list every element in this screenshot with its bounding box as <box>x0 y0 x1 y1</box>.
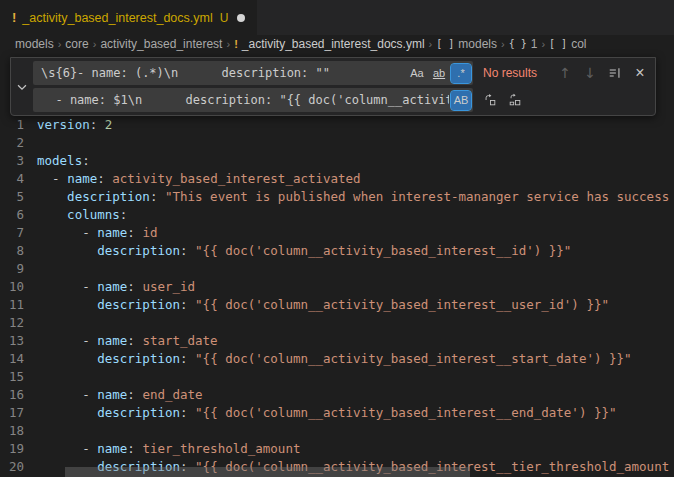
warning-file-icon: ! <box>234 38 238 50</box>
code-text <box>24 260 37 278</box>
breadcrumb-separator: › <box>93 38 97 50</box>
code-line-16[interactable]: 16 - name: end_date <box>0 386 674 404</box>
line-number: 3 <box>0 152 24 170</box>
breadcrumb: models›core›activity_based_interest›!_ac… <box>0 35 674 52</box>
code-text: - name: user_id <box>24 278 195 296</box>
line-number: 10 <box>0 278 24 296</box>
breadcrumb-separator: › <box>429 38 433 50</box>
find-replace-widget: \s{6}- name: (.*)\n description: "" Aa a… <box>10 57 656 116</box>
code-text: models: <box>24 152 90 170</box>
code-line-8[interactable]: 8 description: "{{ doc('column__activity… <box>0 242 674 260</box>
code-line-13[interactable]: 13 - name: start_date <box>0 332 674 350</box>
find-row: \s{6}- name: (.*)\n description: "" Aa a… <box>33 61 651 85</box>
code-line-14[interactable]: 14 description: "{{ doc('column__activit… <box>0 350 674 368</box>
code-line-11[interactable]: 11 description: "{{ doc('column__activit… <box>0 296 674 314</box>
breadcrumb-item-models[interactable]: models <box>15 37 54 51</box>
code-text <box>24 422 37 440</box>
find-input[interactable]: \s{6}- name: (.*)\n description: "" Aa a… <box>33 61 473 85</box>
line-number: 18 <box>0 422 24 440</box>
code-text: version: 2 <box>24 116 112 134</box>
breadcrumb-item-activity_based_interest[interactable]: activity_based_interest <box>100 37 222 51</box>
replace-all-icon <box>508 93 522 107</box>
line-number: 14 <box>0 350 24 368</box>
next-match-button[interactable]: ↓ <box>579 62 601 84</box>
line-number: 12 <box>0 314 24 332</box>
yaml-file-warning-icon: ! <box>12 10 16 25</box>
find-widget-body: \s{6}- name: (.*)\n description: "" Aa a… <box>33 61 651 112</box>
line-number: 4 <box>0 170 24 188</box>
code-text: description: "{{ doc('column__activity_b… <box>24 404 617 422</box>
tab-bar: ! _activity_based_interest_docs.yml U <box>0 0 674 35</box>
breadcrumb-label: col <box>571 37 586 51</box>
breadcrumb-item-1[interactable]: { }1 <box>509 37 538 51</box>
unsaved-changes-dot[interactable] <box>237 14 245 22</box>
code-line-18[interactable]: 18 <box>0 422 674 440</box>
code-line-7[interactable]: 7 - name: id <box>0 224 674 242</box>
code-text: columns: <box>24 206 127 224</box>
match-case-button[interactable]: Aa <box>407 64 427 83</box>
line-number: 16 <box>0 386 24 404</box>
replace-all-button[interactable] <box>504 89 526 111</box>
breadcrumb-separator: › <box>226 38 230 50</box>
git-status-badge: U <box>220 11 229 25</box>
code-text: - name: activity_based_interest_activate… <box>24 170 361 188</box>
symbol-object-icon: { } <box>509 38 527 49</box>
editor-tab[interactable]: ! _activity_based_interest_docs.yml U <box>0 0 257 35</box>
code-text: description: "{{ doc('column__activity_b… <box>24 296 609 314</box>
breadcrumb-item-core[interactable]: core <box>65 37 88 51</box>
symbol-array-icon: [ ] <box>549 38 567 49</box>
breadcrumb-item-models[interactable]: [ ]models <box>436 37 497 51</box>
code-line-5[interactable]: 5 description: "This event is published … <box>0 188 674 206</box>
code-line-4[interactable]: 4 - name: activity_based_interest_activa… <box>0 170 674 188</box>
editor-area: 1version: 223models:4 - name: activity_b… <box>0 52 674 477</box>
replace-input[interactable]: - name: $1\n description: "{{ doc('colum… <box>33 88 473 112</box>
toggle-replace-button[interactable] <box>11 61 33 112</box>
replace-button[interactable] <box>479 89 501 111</box>
code-text: - name: tier_threshold_amount <box>24 440 300 458</box>
line-number: 2 <box>0 134 24 152</box>
preserve-case-button[interactable]: AB <box>451 91 471 110</box>
previous-match-button[interactable]: ↑ <box>554 62 576 84</box>
regex-button[interactable]: .* <box>451 64 471 83</box>
code-line-9[interactable]: 9 <box>0 260 674 278</box>
code-line-6[interactable]: 6 columns: <box>0 206 674 224</box>
breadcrumb-item-_activity_based_interest_docs.yml[interactable]: !_activity_based_interest_docs.yml <box>234 37 424 51</box>
vscode-window: ! _activity_based_interest_docs.yml U mo… <box>0 0 674 477</box>
replace-row: - name: $1\n description: "{{ doc('colum… <box>33 88 651 112</box>
code-line-12[interactable]: 12 <box>0 314 674 332</box>
breadcrumb-label: models <box>458 37 497 51</box>
line-number: 5 <box>0 188 24 206</box>
line-number: 1 <box>0 116 24 134</box>
code-line-1[interactable]: 1version: 2 <box>0 116 674 134</box>
breadcrumb-label: models <box>15 37 54 51</box>
breadcrumb-separator: › <box>58 38 62 50</box>
code-text: description: "{{ doc('column__activity_b… <box>24 242 571 260</box>
code-line-3[interactable]: 3models: <box>0 152 674 170</box>
breadcrumb-label: activity_based_interest <box>100 37 222 51</box>
code-line-19[interactable]: 19 - name: tier_threshold_amount <box>0 440 674 458</box>
find-in-selection-button[interactable] <box>604 62 626 84</box>
breadcrumb-separator: › <box>541 38 545 50</box>
breadcrumb-label: _activity_based_interest_docs.yml <box>242 37 425 51</box>
code-line-2[interactable]: 2 <box>0 134 674 152</box>
horizontal-scrollbar[interactable] <box>65 467 470 477</box>
code-text <box>24 134 37 152</box>
code-text <box>24 314 37 332</box>
code-line-15[interactable]: 15 <box>0 368 674 386</box>
breadcrumb-item-col[interactable]: [ ]col <box>549 37 586 51</box>
code-line-17[interactable]: 17 description: "{{ doc('column__activit… <box>0 404 674 422</box>
whole-word-button[interactable]: ab <box>429 64 449 83</box>
replace-value-text: - name: $1\n description: "{{ doc('colum… <box>41 93 449 107</box>
line-number: 15 <box>0 368 24 386</box>
code-text <box>24 368 37 386</box>
replace-icon <box>483 93 497 107</box>
line-number: 13 <box>0 332 24 350</box>
line-number: 19 <box>0 440 24 458</box>
line-number: 7 <box>0 224 24 242</box>
chevron-down-icon <box>15 80 29 94</box>
code-text: - name: start_date <box>24 332 218 350</box>
code-line-10[interactable]: 10 - name: user_id <box>0 278 674 296</box>
line-number: 8 <box>0 242 24 260</box>
find-query-text: \s{6}- name: (.*)\n description: "" <box>41 66 405 80</box>
close-button[interactable]: × <box>629 62 651 84</box>
